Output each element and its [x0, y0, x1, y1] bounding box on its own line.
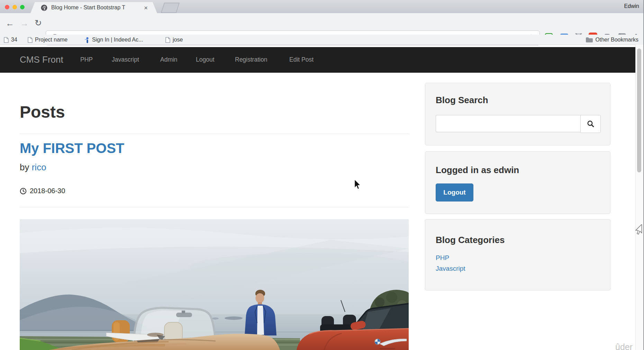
post-image-scene	[20, 219, 409, 350]
category-link-php[interactable]: PHP	[436, 254, 449, 262]
watermark-text: ûder	[615, 342, 633, 350]
reload-icon[interactable]: ↻	[35, 19, 42, 27]
post-byline: by rico	[20, 162, 46, 173]
nav-link-registration[interactable]: Registration	[235, 56, 267, 63]
close-window-button[interactable]	[5, 5, 9, 9]
page-title: Posts	[20, 102, 65, 122]
bookmarks-bar: 34 Project name Sign In | Indeed Ac... j…	[0, 35, 644, 45]
mouse-cursor	[354, 179, 362, 192]
browser-tab[interactable]: Blog Home - Start Bootstrap T ×	[30, 2, 157, 13]
tab-close-icon[interactable]: ×	[144, 4, 148, 12]
nav-link-edit-post[interactable]: Edit Post	[289, 56, 314, 63]
post-date: 2018-06-30	[30, 187, 65, 195]
page-icon	[165, 37, 170, 43]
search-button[interactable]	[580, 115, 601, 133]
logout-button[interactable]: Logout	[436, 183, 473, 201]
titlebar: Blog Home - Start Bootstrap T × Edwin	[0, 0, 644, 14]
navbar-brand[interactable]: CMS Front	[20, 54, 63, 65]
site-navbar: CMS Front PHP Javascript Admin Logout Re…	[0, 47, 635, 73]
byline-prefix: by	[20, 162, 29, 172]
bookmark-label: Sign In | Indeed Ac...	[92, 37, 143, 43]
forward-icon: →	[20, 19, 29, 28]
back-icon[interactable]: ←	[6, 19, 14, 28]
clock-icon	[20, 188, 27, 195]
divider	[20, 207, 409, 207]
category-link-javascript[interactable]: Javascript	[436, 265, 465, 272]
session-card: Logged in as edwin Logout	[425, 151, 610, 214]
new-tab-button[interactable]	[161, 3, 179, 13]
folder-icon	[586, 37, 593, 43]
bookmark-item[interactable]: Sign In | Indeed Ac...	[84, 36, 143, 44]
post-image	[20, 219, 409, 350]
nav-link-php[interactable]: PHP	[80, 56, 93, 63]
divider	[20, 134, 409, 134]
bookmark-label: jose	[173, 37, 183, 43]
author-link[interactable]: rico	[32, 162, 46, 172]
browser-toolbar: ← → ↻ ⓘ localhost:8888/cms/post/141 ☆ ⋮	[0, 13, 644, 35]
bookmark-item[interactable]: jose	[165, 36, 183, 44]
bookmark-item[interactable]: 34	[4, 36, 17, 44]
search-input[interactable]	[436, 115, 580, 132]
nav-link-logout[interactable]: Logout	[196, 56, 215, 63]
indeed-icon	[84, 37, 90, 43]
tab-title: Blog Home - Start Bootstrap T	[51, 5, 148, 11]
search-group	[436, 115, 601, 132]
post-date-row: 2018-06-30	[20, 187, 65, 195]
bookmark-label: Project name	[35, 37, 67, 43]
bookmark-item[interactable]: Project name	[28, 36, 67, 44]
page-icon	[28, 37, 33, 43]
tab-favicon-icon	[41, 5, 47, 12]
post-title-link[interactable]: My FIRST POST	[20, 141, 124, 156]
scrollbar-thumb[interactable]	[637, 48, 641, 172]
blog-categories-card: Blog Categories PHP Javascript	[425, 219, 610, 290]
minimize-window-button[interactable]	[12, 5, 17, 9]
bookmark-label: 34	[11, 37, 17, 43]
nav-link-javascript[interactable]: Javascript	[112, 56, 139, 63]
other-bookmarks-label: Other Bookmarks	[596, 37, 638, 43]
browser-profile-name[interactable]: Edwin	[624, 3, 639, 9]
logged-in-text: Logged in as edwin	[436, 165, 519, 176]
zoom-window-button[interactable]	[20, 5, 25, 9]
screenshot-root: { "browser": { "profile": "Edwin", "tab_…	[0, 0, 644, 350]
secondary-cursor	[640, 224, 644, 237]
page-icon	[4, 37, 9, 43]
other-bookmarks[interactable]: Other Bookmarks	[586, 36, 638, 44]
search-icon	[587, 120, 595, 128]
nav-link-admin[interactable]: Admin	[160, 56, 178, 63]
blog-search-card: Blog Search	[425, 83, 610, 145]
blog-search-title: Blog Search	[436, 95, 488, 106]
blog-categories-title: Blog Categories	[436, 235, 505, 245]
